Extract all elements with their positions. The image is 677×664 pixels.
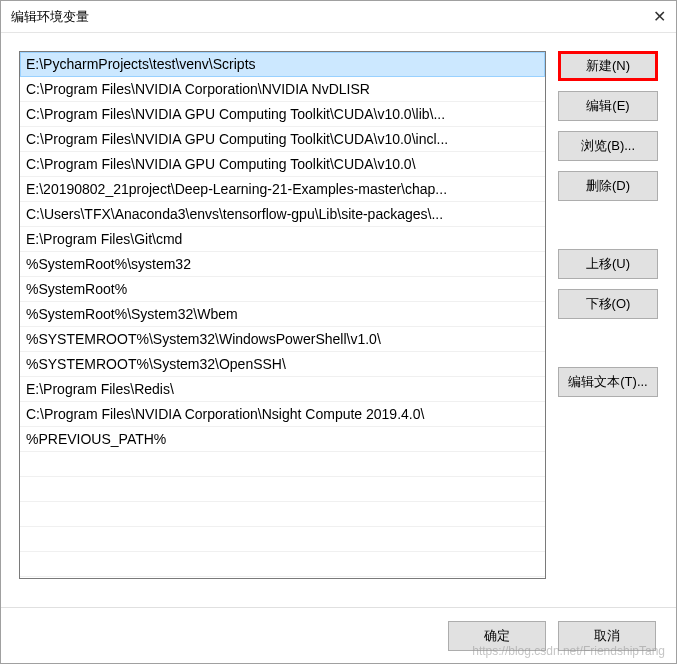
dialog-window: 编辑环境变量 ✕ E:\PycharmProjects\test\venv\Sc… — [0, 0, 677, 664]
list-item[interactable]: C:\Program Files\NVIDIA GPU Computing To… — [20, 127, 545, 152]
close-icon[interactable]: ✕ — [634, 7, 666, 26]
list-item[interactable]: %PREVIOUS_PATH% — [20, 427, 545, 452]
list-item[interactable]: %SystemRoot%\system32 — [20, 252, 545, 277]
delete-button[interactable]: 删除(D) — [558, 171, 658, 201]
list-item[interactable]: C:\Program Files\NVIDIA GPU Computing To… — [20, 152, 545, 177]
list-item[interactable]: E:\Program Files\Git\cmd — [20, 227, 545, 252]
list-item[interactable]: %SystemRoot%\System32\Wbem — [20, 302, 545, 327]
movedown-button[interactable]: 下移(O) — [558, 289, 658, 319]
list-item[interactable]: %SYSTEMROOT%\System32\OpenSSH\ — [20, 352, 545, 377]
content-area: E:\PycharmProjects\test\venv\ScriptsC:\P… — [1, 33, 676, 607]
edit-button[interactable]: 编辑(E) — [558, 91, 658, 121]
list-item-empty — [20, 527, 545, 552]
spacer — [558, 211, 658, 239]
list-item[interactable]: E:\Program Files\Redis\ — [20, 377, 545, 402]
spacer — [558, 329, 658, 357]
path-list[interactable]: E:\PycharmProjects\test\venv\ScriptsC:\P… — [19, 51, 546, 579]
browse-button[interactable]: 浏览(B)... — [558, 131, 658, 161]
list-item[interactable]: C:\Program Files\NVIDIA Corporation\Nsig… — [20, 402, 545, 427]
footer: 确定 取消 — [1, 607, 676, 663]
ok-button[interactable]: 确定 — [448, 621, 546, 651]
list-item-empty — [20, 502, 545, 527]
titlebar: 编辑环境变量 ✕ — [1, 1, 676, 33]
window-title: 编辑环境变量 — [11, 8, 89, 26]
list-item[interactable]: %SYSTEMROOT%\System32\WindowsPowerShell\… — [20, 327, 545, 352]
cancel-button[interactable]: 取消 — [558, 621, 656, 651]
moveup-button[interactable]: 上移(U) — [558, 249, 658, 279]
edittext-button[interactable]: 编辑文本(T)... — [558, 367, 658, 397]
list-item[interactable]: C:\Program Files\NVIDIA GPU Computing To… — [20, 102, 545, 127]
list-item-empty — [20, 477, 545, 502]
list-item[interactable]: C:\Program Files\NVIDIA Corporation\NVID… — [20, 77, 545, 102]
list-item-empty — [20, 452, 545, 477]
list-item[interactable]: %SystemRoot% — [20, 277, 545, 302]
list-item-empty — [20, 552, 545, 577]
list-item[interactable]: E:\PycharmProjects\test\venv\Scripts — [20, 52, 545, 77]
list-item[interactable]: C:\Users\TFX\Anaconda3\envs\tensorflow-g… — [20, 202, 545, 227]
new-button[interactable]: 新建(N) — [558, 51, 658, 81]
list-item[interactable]: E:\20190802_21project\Deep-Learning-21-E… — [20, 177, 545, 202]
button-sidebar: 新建(N) 编辑(E) 浏览(B)... 删除(D) 上移(U) 下移(O) 编… — [558, 51, 658, 589]
